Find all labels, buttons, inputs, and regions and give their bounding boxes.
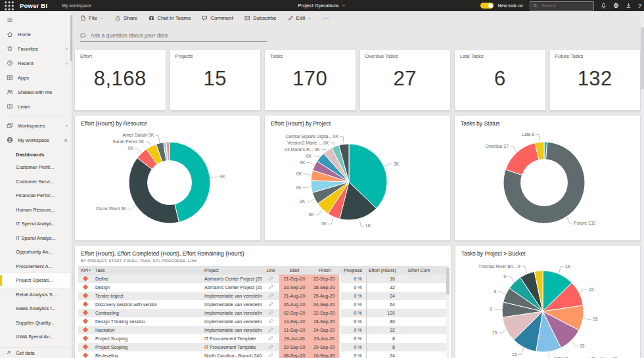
sidebar-dashboard-opportunity-an[interactable]: Opportunity An... [0, 245, 72, 259]
sidebar-item-learn[interactable]: Learn [0, 99, 72, 114]
share-button[interactable]: Share [115, 15, 137, 21]
column-header-effort-hours[interactable]: Effort (Hours) [366, 266, 405, 275]
column-header-project[interactable]: Project [202, 266, 262, 275]
link-icon[interactable] [268, 284, 273, 290]
column-header-start[interactable]: Start [279, 266, 310, 275]
link-icon[interactable] [268, 327, 273, 332]
finish-cell: 04-Sep-20 [310, 300, 340, 309]
qna-bar[interactable] [80, 32, 267, 42]
sidebar-item-label: Favorites [18, 46, 61, 52]
subscribe-button[interactable]: Subscribe [244, 15, 277, 21]
column-header-progress[interactable]: Progress [340, 266, 366, 275]
column-header-kpi[interactable]: KPI▾ [78, 266, 93, 275]
notifications-bell-icon[interactable] [601, 3, 607, 9]
column-header-effort-com[interactable]: Effort Com [405, 266, 448, 275]
sidebar-dashboard-retail-analysis-s[interactable]: Retail Analysis S... [0, 288, 72, 302]
qna-input[interactable] [89, 32, 267, 39]
file-button[interactable]: File [80, 15, 104, 21]
link-icon[interactable] [268, 319, 273, 324]
column-header-link[interactable]: Link [262, 266, 279, 275]
sidebar-item-home[interactable]: Home [0, 27, 72, 41]
sidebar-dashboard-customer-profit[interactable]: Customer Profit... [0, 160, 72, 175]
table-row[interactable]: HackatonImplementatie van veredelings ad… [78, 326, 448, 334]
sidebar-item-workspaces[interactable]: Workspaces› [0, 118, 72, 133]
sidebar-dashboard-human-resourc[interactable]: Human Resourc... [0, 203, 72, 217]
sidebar-item-shared-with-me[interactable]: Shared with me [0, 85, 72, 99]
page-scrollbar[interactable] [641, 11, 644, 358]
download-icon[interactable] [626, 3, 632, 9]
new-look-toggle[interactable] [480, 3, 494, 9]
sidebar-dashboard-supplier-quality[interactable]: Supplier Quality... [0, 316, 72, 330]
table-scrollbar[interactable] [446, 267, 449, 358]
kpi-diamond-icon [83, 327, 88, 332]
chat-in-teams-button[interactable]: Chat in Teams [149, 15, 191, 21]
project-cell: North Carolina - Branch 240 [202, 351, 262, 358]
sidebar-dashboard-project-operati[interactable]: Project Operati... [0, 273, 72, 288]
chevron-right-icon[interactable]: › [66, 60, 68, 66]
tile-tasks-by-project-bucket[interactable]: Tasks by Project > Bucket Thomas River B… [455, 246, 640, 358]
label-leader-line [359, 219, 364, 227]
edit-button[interactable]: Edit [288, 15, 312, 21]
sidebar-scrollbar[interactable] [70, 11, 72, 358]
sidebar-dashboard-uwa-spend-an[interactable]: UWA Spend An... [0, 330, 72, 344]
chevron-right-icon[interactable]: › [66, 46, 68, 52]
tile-tasks-by-status[interactable]: Tasks by Status Late 6Overdue 27Future 1… [455, 116, 640, 240]
sidebar-item-my-workspace[interactable]: My workspace∧ [0, 133, 72, 147]
sidebar-dashboard-financial-perfor[interactable]: Financial Perfor... [0, 189, 72, 203]
page-title-dropdown[interactable]: Project Operations [298, 3, 346, 9]
sidebar-dashboard-it-spend-analys[interactable]: IT Spend Analys... [0, 231, 72, 246]
table-row[interactable]: Project ScopingIT Procurement Template29… [78, 334, 448, 343]
sidebar-item-favorites[interactable]: Favorites› [0, 41, 72, 56]
comment-button[interactable]: Comment [202, 15, 233, 21]
sidebar-item-apps[interactable]: Apps [0, 70, 72, 85]
tile-effort-by-resource[interactable]: Effort (Hours) by Resource Amer Dalain 0… [75, 116, 260, 240]
app-launcher-icon[interactable] [4, 1, 14, 11]
link-icon[interactable] [268, 310, 273, 315]
effort-cell: 8 [366, 343, 405, 351]
kpi-card-future-tasks[interactable]: Future Tasks132 [550, 50, 641, 110]
hamburger-menu-icon[interactable] [6, 16, 14, 23]
kpi-card-late-tasks[interactable]: Late Tasks6 [455, 50, 545, 110]
more-button[interactable]: ⋯ [323, 14, 330, 22]
kpi-card-overdue-tasks[interactable]: Overdue Tasks27 [360, 50, 451, 110]
chevron-up-icon[interactable]: ∧ [64, 137, 68, 143]
link-icon[interactable] [268, 293, 273, 298]
link-icon[interactable] [268, 302, 273, 307]
sidebar-dashboard-customer-servi[interactable]: Customer Servi... [0, 175, 72, 189]
dashboards-section-title: Dashboards [0, 147, 72, 160]
table-row[interactable]: Re-levelingNorth Carolina - Branch 24008… [78, 351, 448, 358]
settings-gear-icon[interactable] [613, 3, 619, 9]
table-row[interactable]: DefineAbrham's Center Project (2020 Q4)2… [78, 275, 448, 283]
search-box[interactable] [530, 1, 594, 11]
link-icon[interactable] [268, 344, 273, 349]
table-row[interactable]: ContractingImplementatie van veredelings… [78, 309, 448, 317]
column-header-finish[interactable]: Finish [310, 266, 340, 275]
kpi-card-projects[interactable]: Projects15 [170, 50, 261, 110]
table-row[interactable]: Project ScopingIT Procurement Template29… [78, 343, 448, 351]
kpi-card-tasks[interactable]: Tasks170 [265, 50, 356, 110]
sidebar-dashboard-procurement-a[interactable]: Procurement A... [0, 259, 72, 274]
table-row[interactable]: Tender trajectImplementatie van veredeli… [78, 292, 448, 300]
table-row[interactable]: DesignAbrham's Center Project (2020 Q4)2… [78, 283, 448, 292]
tile-effort-table[interactable]: Effort (Hours), Effort Completed (Hours)… [75, 246, 451, 358]
chevron-right-icon[interactable]: › [66, 123, 68, 129]
link-icon[interactable] [268, 336, 273, 341]
tile-effort-by-project[interactable]: Effort (Hours) by Project Central Square… [265, 116, 450, 240]
get-data-button[interactable]: Get data [0, 347, 72, 358]
table-row[interactable]: Discovery session with vendorImplementat… [78, 300, 448, 309]
topbar-workspace-label[interactable]: My workspace [62, 3, 91, 8]
search-input[interactable] [540, 3, 591, 9]
column-header-task[interactable]: Task [93, 266, 202, 275]
table-row[interactable]: Design Thinking sessionImplementatie van… [78, 317, 448, 326]
workspaces-icon [7, 122, 13, 129]
sidebar-dashboard-sales-analytics-f[interactable]: Sales Analytics f... [0, 302, 72, 316]
kpi-card-effort[interactable]: Effort8,168 [75, 50, 166, 110]
sidebar-dashboard-it-spend-analys[interactable]: IT Spend Analys... [0, 217, 72, 231]
slice-label: 15 [492, 330, 497, 335]
app-logo[interactable]: Power BI [20, 2, 47, 9]
sidebar-item-recent[interactable]: Recent› [0, 56, 72, 70]
link-icon[interactable] [268, 276, 273, 281]
chevron-down-icon [100, 16, 104, 20]
help-icon[interactable]: ? [638, 3, 641, 9]
link-icon[interactable] [268, 353, 273, 358]
